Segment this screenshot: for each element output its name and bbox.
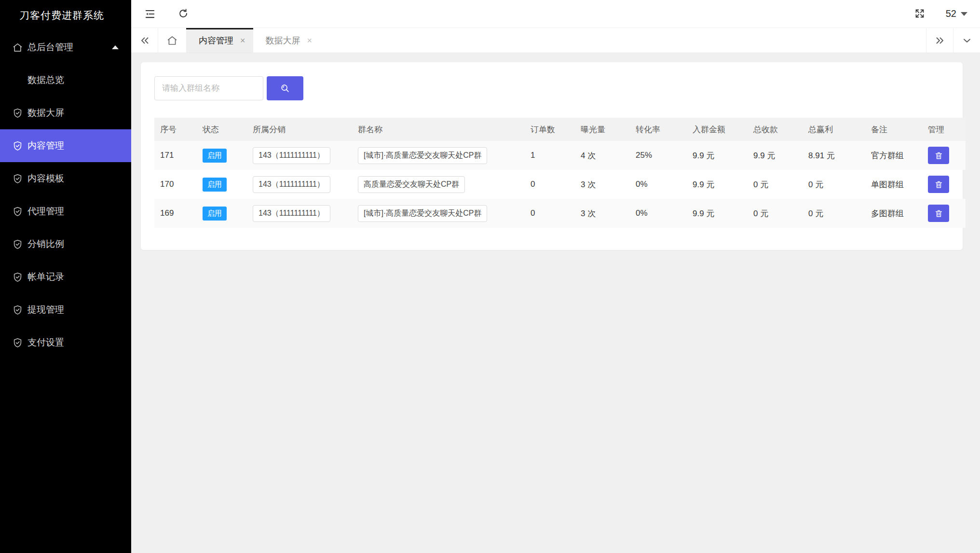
sidebar-item-agent-manage[interactable]: 代理管理 (0, 195, 131, 228)
cell-total-profit: 0 元 (803, 199, 865, 228)
group-name-box[interactable]: [城市]·高质量恋爱交友聊天处CP群 (358, 147, 487, 164)
tab-label: 数据大屏 (266, 35, 300, 46)
sidebar-item-withdraw-manage[interactable]: 提现管理 (0, 293, 131, 326)
col-distributor: 所属分销 (247, 118, 352, 141)
sidebar: 刀客付费进群系统 总后台管理 数据总览 数据大屏 内容管理 (0, 0, 131, 553)
sidebar-item-payment-settings[interactable]: 支付设置 (0, 326, 131, 359)
tab-home[interactable] (158, 28, 186, 53)
col-manage: 管理 (922, 118, 966, 141)
shield-check-icon (12, 108, 23, 119)
cell-remark: 多图群组 (865, 199, 922, 228)
status-badge: 启用 (203, 207, 227, 221)
sidebar-item-label: 代理管理 (27, 205, 64, 218)
col-total-received: 总收款 (748, 118, 803, 141)
content-area: 序号 状态 所属分销 群名称 订单数 曝光量 转化率 入群金额 总收款 总赢利 … (131, 53, 980, 553)
distributor-box[interactable]: 143（1111111111） (253, 176, 330, 193)
cell-join-amount: 9.9 元 (687, 141, 748, 170)
lang-value: 52 (946, 8, 956, 19)
col-total-profit: 总赢利 (803, 118, 865, 141)
collapse-sidebar-icon[interactable] (144, 8, 156, 20)
sidebar-item-bill-records[interactable]: 帐单记录 (0, 261, 131, 293)
tabs-menu-button[interactable] (953, 28, 980, 53)
sidebar-item-data-screen[interactable]: 数据大屏 (0, 97, 131, 129)
delete-button[interactable] (928, 205, 949, 222)
sidebar-item-label: 提现管理 (27, 304, 64, 316)
cell-join-amount: 9.9 元 (687, 170, 748, 199)
tab-data-screen[interactable]: 数据大屏 × (253, 28, 320, 53)
col-remark: 备注 (865, 118, 922, 141)
cell-id: 171 (154, 141, 197, 170)
app-title: 刀客付费进群系统 (0, 0, 131, 31)
col-join-amount: 入群金额 (687, 118, 748, 141)
tab-content-manage[interactable]: 内容管理 × (186, 28, 253, 53)
cell-remark: 单图群组 (865, 170, 922, 199)
cell-join-amount: 9.9 元 (687, 199, 748, 228)
cell-exposure: 3 次 (575, 199, 630, 228)
group-name-box[interactable]: [城市]·高质量恋爱交友聊天处CP群 (358, 205, 487, 222)
groups-table: 序号 状态 所属分销 群名称 订单数 曝光量 转化率 入群金额 总收款 总赢利 … (154, 118, 966, 228)
delete-button[interactable] (928, 147, 949, 164)
cell-total-profit: 8.91 元 (803, 141, 865, 170)
sidebar-item-distribution-ratio[interactable]: 分销比例 (0, 228, 131, 261)
top-toolbar: 52 (131, 0, 980, 28)
sidebar-item-label: 内容管理 (27, 139, 64, 152)
cell-orders: 1 (525, 141, 575, 170)
cell-total-received: 0 元 (748, 199, 803, 228)
shield-check-icon (12, 337, 23, 348)
shield-check-icon (12, 239, 23, 250)
sidebar-item-label: 总后台管理 (27, 41, 73, 54)
col-id: 序号 (154, 118, 197, 141)
sidebar-item-content-manage[interactable]: 内容管理 (0, 129, 131, 162)
sidebar-item-data-overview[interactable]: 数据总览 (0, 64, 131, 97)
close-icon[interactable]: × (307, 36, 313, 45)
sidebar-item-label: 数据大屏 (27, 107, 64, 119)
table-body: 171 启用 143（1111111111） [城市]·高质量恋爱交友聊天处CP… (154, 141, 966, 228)
tab-bar: 内容管理 × 数据大屏 × (131, 28, 980, 53)
sidebar-item-label: 支付设置 (27, 336, 64, 349)
group-name-box[interactable]: 高质量恋爱交友聊天处CP群 (358, 176, 465, 193)
sidebar-item-label: 帐单记录 (27, 271, 64, 283)
lang-dropdown[interactable]: 52 (946, 8, 967, 19)
distributor-box[interactable]: 143（1111111111） (253, 147, 330, 164)
close-icon[interactable]: × (240, 36, 245, 45)
sidebar-item-content-template[interactable]: 内容模板 (0, 162, 131, 195)
collapse-caret-icon (112, 45, 119, 49)
shield-check-icon (12, 272, 23, 283)
search-button[interactable] (267, 76, 303, 100)
cell-exposure: 4 次 (575, 141, 630, 170)
trash-icon (934, 209, 943, 218)
delete-button[interactable] (928, 176, 949, 193)
status-badge: 启用 (203, 178, 227, 192)
trash-icon (934, 151, 943, 160)
chevron-down-icon (961, 12, 967, 16)
col-status: 状态 (197, 118, 247, 141)
sidebar-item-label: 分销比例 (27, 238, 64, 250)
cell-total-received: 0 元 (748, 170, 803, 199)
trash-icon (934, 180, 943, 189)
shield-check-icon (12, 140, 23, 152)
cell-remark: 官方群组 (865, 141, 922, 170)
table-row: 170 启用 143（1111111111） 高质量恋爱交友聊天处CP群 0 3… (154, 170, 966, 199)
fullscreen-icon[interactable] (914, 8, 926, 20)
table-row: 169 启用 143（1111111111） [城市]·高质量恋爱交友聊天处CP… (154, 199, 966, 228)
distributor-box[interactable]: 143（1111111111） (253, 205, 330, 222)
app-root: 刀客付费进群系统 总后台管理 数据总览 数据大屏 内容管理 (0, 0, 980, 553)
tabs-scroll-left-button[interactable] (131, 28, 158, 53)
cell-conversion: 0% (630, 199, 687, 228)
search-row (154, 76, 949, 100)
search-input[interactable] (154, 76, 263, 100)
cell-conversion: 25% (630, 141, 687, 170)
shield-check-icon (12, 304, 23, 316)
cell-orders: 0 (525, 170, 575, 199)
shield-check-icon (12, 206, 23, 217)
sidebar-item-admin-group[interactable]: 总后台管理 (0, 31, 131, 64)
cell-total-profit: 0 元 (803, 170, 865, 199)
shield-check-icon (12, 173, 23, 184)
cell-exposure: 3 次 (575, 170, 630, 199)
col-orders: 订单数 (525, 118, 575, 141)
cell-id: 170 (154, 170, 197, 199)
sidebar-item-label: 数据总览 (27, 74, 64, 86)
main-area: 52 内容管理 × 数据大屏 × (131, 0, 980, 553)
tabs-scroll-right-button[interactable] (926, 28, 953, 53)
refresh-icon[interactable] (177, 8, 190, 20)
